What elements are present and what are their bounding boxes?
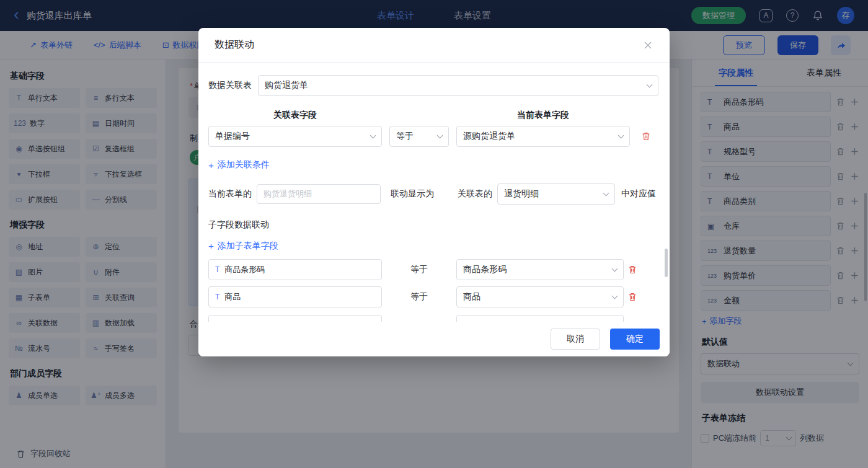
condition-operator-select[interactable]: 等于: [389, 126, 449, 147]
subfield-mappings: T商品条形码等于商品条形码T商品等于商品: [208, 259, 658, 307]
relation-table-value: 购货退货单: [265, 80, 308, 91]
modal-scrollbar[interactable]: [665, 249, 668, 277]
cancel-button[interactable]: 取消: [551, 329, 600, 350]
data-linkage-modal: 数据联动 数据关联表 购货退货单 关联表字段 当前表单字段 单据编号: [198, 28, 670, 356]
relation-table-row: 数据关联表 购货退货单: [208, 75, 658, 96]
modal-footer: 取消 确定: [198, 322, 670, 356]
relation-table-label: 数据关联表: [208, 80, 252, 91]
add-subfield-label: 添加子表单字段: [218, 241, 278, 252]
confirm-button[interactable]: 确定: [610, 329, 660, 350]
condition-left-select[interactable]: 单据编号: [208, 126, 382, 147]
mapping-target-select[interactable]: 商品条形码: [456, 259, 624, 280]
display-as-row: 当前表单的 联动显示为 关联表的 退货明细 中对应值: [208, 183, 658, 205]
current-field-header: 当前表单字段: [456, 110, 630, 121]
chevron-down-icon: [370, 133, 376, 139]
relation-target-select[interactable]: 退货明细: [497, 183, 615, 205]
condition-left-value: 单据编号: [215, 131, 250, 142]
relation-table-select[interactable]: 购货退货单: [258, 75, 658, 96]
delete-condition-icon[interactable]: [641, 131, 651, 141]
modal-header: 数据联动: [198, 28, 670, 63]
chevron-down-icon: [612, 266, 618, 272]
plus-icon: +: [208, 160, 214, 170]
condition-operator-value: 等于: [396, 131, 414, 142]
relation-target-value: 退货明细: [504, 188, 539, 200]
condition-row: 单据编号 等于 源购货退货单: [208, 126, 658, 147]
relation-of-label: 关联表的: [458, 188, 492, 200]
chevron-down-icon: [603, 190, 609, 196]
current-form-input[interactable]: [257, 184, 381, 204]
mapping-left-label: 商品条形码: [224, 264, 265, 275]
delete-mapping-icon[interactable]: [627, 292, 637, 302]
condition-right-value: 源购货退货单: [463, 131, 515, 142]
add-condition-label: 添加关联条件: [218, 159, 270, 170]
chevron-down-icon: [618, 133, 624, 139]
modal-body: 数据关联表 购货退货单 关联表字段 当前表单字段 单据编号 等于: [198, 63, 670, 322]
current-form-label: 当前表单的: [208, 188, 252, 200]
add-condition-link[interactable]: + 添加关联条件: [208, 159, 270, 170]
mapping-row: T商品等于商品: [208, 286, 658, 307]
mapping-target-select[interactable]: [456, 315, 624, 322]
display-as-label: 联动显示为: [391, 188, 434, 200]
mapping-row: T商品条形码等于商品条形码: [208, 259, 658, 280]
mapping-left-label: 商品: [224, 291, 241, 302]
mapping-operator: 等于: [382, 264, 456, 275]
plus-icon: +: [208, 241, 214, 251]
mapping-operator: 等于: [382, 291, 456, 302]
mapping-left-field[interactable]: T商品条形码: [208, 259, 382, 280]
app-screen: ‹ 购货退库出库单 表单设计 表单设置 数据管理 A ? 存 ↗表单外链</>后…: [0, 0, 868, 468]
subfield-section-label: 子字段数据联动: [208, 219, 658, 231]
mapping-target-value: 商品条形码: [463, 264, 507, 275]
text-field-icon: T: [215, 293, 219, 301]
chevron-down-icon: [437, 133, 443, 139]
add-subfield-link[interactable]: + 添加子表单字段: [208, 241, 278, 252]
chevron-down-icon: [612, 293, 618, 299]
mapping-target-value: 商品: [463, 291, 480, 302]
condition-right-select[interactable]: 源购货退货单: [456, 126, 630, 147]
delete-mapping-icon[interactable]: [627, 265, 637, 275]
chevron-down-icon: [647, 82, 653, 88]
close-icon[interactable]: [642, 40, 653, 51]
text-field-icon: T: [215, 265, 219, 274]
modal-title: 数据联动: [215, 38, 254, 51]
mapping-row-partial: [208, 315, 658, 322]
mapping-target-select[interactable]: 商品: [456, 286, 624, 307]
condition-headers: 关联表字段 当前表单字段: [208, 110, 658, 121]
mapping-left-field[interactable]: [208, 315, 382, 322]
corresponding-label: 中对应值: [621, 188, 656, 200]
mapping-left-field[interactable]: T商品: [208, 286, 382, 307]
relation-field-header: 关联表字段: [208, 110, 382, 121]
